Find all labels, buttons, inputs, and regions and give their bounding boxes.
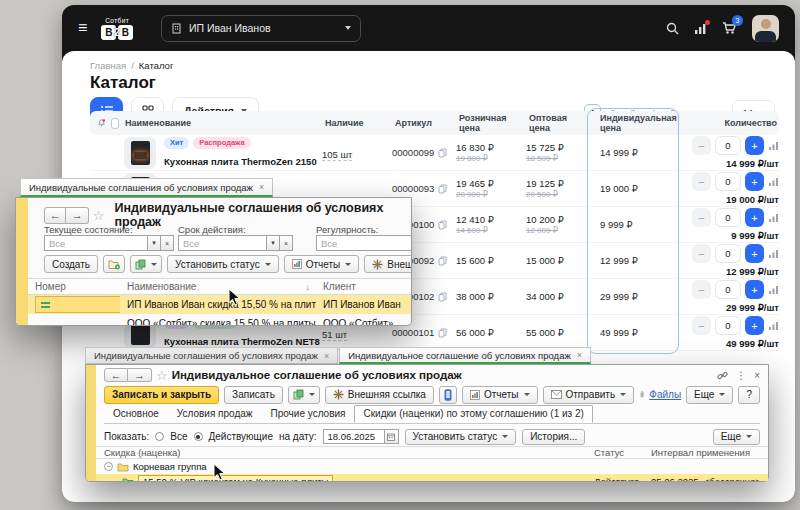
qty-value[interactable]: 0 — [715, 172, 741, 191]
price-chart-icon[interactable] — [768, 140, 779, 151]
reports-button[interactable]: Отчеты — [462, 386, 538, 404]
copy-icon[interactable] — [438, 256, 447, 266]
date-input[interactable]: 18.06.2025 — [323, 429, 385, 444]
filter-period-combo[interactable]: Все ▾ × — [178, 235, 293, 251]
radio-active-label[interactable]: Действующие — [209, 431, 273, 442]
copy-icon[interactable] — [438, 148, 447, 158]
forward-button[interactable]: → — [128, 368, 152, 382]
agreement-client[interactable]: ООО «Сотбит» — [316, 318, 411, 325]
filter-state-combo[interactable]: Все ▾ × — [44, 235, 174, 251]
more-vertical-icon[interactable]: ⋮ — [736, 370, 746, 381]
favorite-star-icon[interactable]: ☆ — [93, 208, 105, 223]
col-stock[interactable]: Наличие — [322, 118, 392, 128]
price-chart-icon[interactable] — [768, 212, 779, 223]
select-all-checkbox[interactable] — [111, 118, 119, 129]
price-chart-icon[interactable] — [768, 320, 779, 331]
copy-icon[interactable] — [438, 292, 447, 302]
qty-minus-button[interactable]: − — [692, 280, 711, 299]
mobile-button[interactable] — [439, 386, 457, 404]
copy-icon[interactable] — [438, 328, 447, 338]
qty-value[interactable]: 0 — [715, 208, 741, 227]
copy-button[interactable] — [288, 386, 320, 404]
product-row[interactable]: Хит Распродажа Кухонная плита ThermoZen … — [90, 135, 779, 171]
discount-name[interactable]: 15,50 % VIP клиентам на Кухонные плиты — [138, 475, 333, 481]
back-button[interactable]: ← — [44, 207, 66, 224]
user-avatar[interactable] — [752, 15, 779, 42]
col-number[interactable]: Номер — [28, 281, 120, 292]
cart-icon[interactable]: 3 — [722, 21, 737, 35]
set-status-button[interactable]: Установить статус — [167, 255, 279, 273]
section-tab-sale-terms[interactable]: Условия продаж — [168, 405, 262, 423]
col-interval[interactable]: Интервал применения — [651, 447, 768, 458]
close-icon[interactable]: × — [577, 350, 582, 360]
clear-icon[interactable]: × — [280, 235, 293, 251]
col-name[interactable]: Наименование — [122, 118, 322, 128]
tab-agreement-item[interactable]: Индивидуальное соглашение об условиях пр… — [339, 347, 591, 364]
copy-button[interactable] — [130, 255, 162, 273]
forward-button[interactable]: → — [66, 207, 88, 224]
history-button[interactable]: История... — [522, 429, 585, 445]
radio-active[interactable] — [194, 432, 203, 441]
radio-all-label[interactable]: Все — [170, 431, 187, 442]
col-qty[interactable]: Количество — [674, 118, 779, 128]
bell-icon[interactable] — [98, 117, 105, 129]
price-chart-icon[interactable] — [768, 284, 779, 295]
radio-all[interactable] — [155, 432, 164, 441]
agreement-name[interactable]: ООО «Сотбит» скидка 15,50 % на плиты — [120, 318, 316, 325]
clear-icon[interactable]: × — [161, 235, 174, 251]
tab-agreements-list[interactable]: Индивидуальные соглашения об условиях пр… — [85, 347, 338, 364]
more-button[interactable]: Еще — [686, 386, 733, 404]
col-name[interactable]: Наименование — [127, 281, 196, 292]
save-button[interactable]: Записать — [224, 386, 283, 404]
reports-button[interactable]: Отчеты — [284, 255, 360, 273]
price-chart-icon[interactable] — [768, 248, 779, 259]
search-icon[interactable] — [666, 22, 679, 35]
external-link-button[interactable]: Внешняя ссылка — [325, 386, 434, 404]
copy-icon[interactable] — [438, 184, 447, 194]
qty-minus-button[interactable]: − — [692, 208, 711, 227]
stock-link[interactable]: 51 шт — [322, 329, 347, 341]
create-group-button[interactable] — [103, 255, 125, 273]
qty-plus-button[interactable]: + — [745, 136, 764, 155]
set-status-button[interactable]: Установить статус — [405, 429, 517, 445]
save-close-button[interactable]: Записать и закрыть — [104, 386, 219, 404]
stock-link[interactable]: 105 шт — [322, 149, 352, 161]
create-button[interactable]: Создать — [44, 255, 98, 273]
back-button[interactable]: ← — [104, 368, 128, 382]
chevron-down-icon[interactable]: ▾ — [267, 235, 280, 251]
qty-plus-button[interactable]: + — [745, 244, 764, 263]
agreement-row[interactable]: ИП Иванов Иван скидка 15,50 % на плиты И… — [28, 295, 411, 314]
link-icon[interactable] — [717, 370, 728, 381]
send-button[interactable]: Отправить — [543, 386, 635, 404]
agreement-name[interactable]: ИП Иванов Иван скидка 15,50 % на плиты — [120, 299, 316, 310]
qty-value[interactable]: 0 — [715, 280, 741, 299]
col-retail[interactable]: Розничная цена — [456, 113, 526, 133]
close-icon[interactable]: × — [754, 370, 760, 381]
product-name[interactable]: Кухонная плита ThermoZen 2150 — [164, 156, 317, 167]
qty-value[interactable]: 0 — [715, 136, 741, 155]
col-status[interactable]: Статус — [594, 447, 651, 458]
col-individual[interactable]: Индивидуальная цена — [592, 113, 674, 133]
filter-regularity-combo[interactable]: Все — [316, 235, 411, 251]
section-tab-other-terms[interactable]: Прочие условия — [262, 405, 355, 423]
qty-minus-button[interactable]: − — [692, 244, 711, 263]
stats-icon[interactable] — [694, 22, 707, 35]
section-tab-discounts[interactable]: Скидки (наценки) по этому соглашению (1 … — [354, 405, 592, 423]
group-name[interactable]: Корневая группа — [133, 461, 207, 472]
close-icon[interactable]: × — [259, 182, 264, 192]
qty-plus-button[interactable]: + — [745, 280, 764, 299]
more-button[interactable]: Еще — [713, 429, 760, 445]
files-link[interactable]: Файлы — [649, 389, 681, 400]
qty-value[interactable]: 0 — [715, 316, 741, 335]
col-client[interactable]: Клиент — [316, 281, 411, 292]
qty-minus-button[interactable]: − — [692, 136, 711, 155]
product-name[interactable]: Кухонная плита ThermoZen NET8 — [164, 336, 320, 347]
product-image[interactable] — [124, 137, 156, 169]
col-wholesale[interactable]: Оптовая цена — [526, 113, 592, 133]
agreement-row[interactable]: ООО «Сотбит» скидка 15,50 % на плиты ООО… — [28, 314, 411, 325]
qty-value[interactable]: 0 — [715, 244, 741, 263]
price-chart-icon[interactable] — [768, 176, 779, 187]
menu-icon[interactable]: ≡ — [78, 20, 87, 36]
calendar-icon[interactable] — [385, 429, 399, 444]
logo[interactable]: Сотбит В 2 В — [101, 17, 133, 40]
